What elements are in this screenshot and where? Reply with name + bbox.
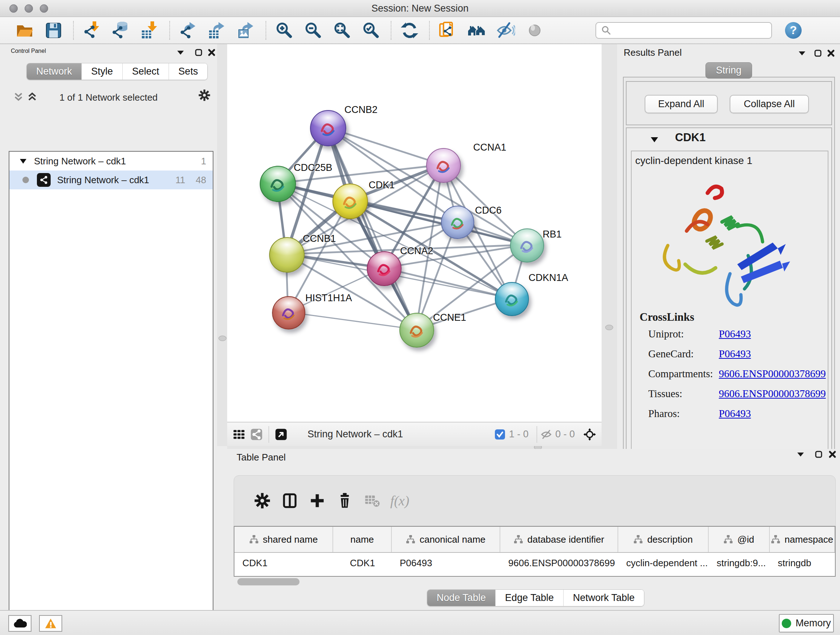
network-options-gear-icon[interactable] xyxy=(198,90,210,101)
crosslink-row: GeneCard:P06493 xyxy=(648,348,822,360)
crosslink-link[interactable]: 9606.ENSP00000378699 xyxy=(719,388,826,400)
help-icon[interactable]: ? xyxy=(785,22,802,39)
warnings-button[interactable] xyxy=(39,615,62,632)
crosslink-label: Tissues: xyxy=(648,388,719,400)
show-columns-icon[interactable] xyxy=(276,490,303,511)
tab-network-table[interactable]: Network Table xyxy=(564,590,644,606)
collapse-all-button[interactable]: Collapse All xyxy=(729,95,809,113)
horizontal-splitter[interactable] xyxy=(227,446,617,449)
table-panel-float-icon[interactable] xyxy=(813,449,825,460)
table-panel-close-icon[interactable] xyxy=(826,449,838,460)
network-row-selected[interactable]: String Network – cdk1 11 48 xyxy=(9,171,213,189)
node-CCNB2[interactable] xyxy=(310,110,346,146)
column-header-namespace[interactable]: namespace xyxy=(770,527,835,552)
results-panel-menu-icon[interactable] xyxy=(796,48,808,59)
crosslink-link[interactable]: P06493 xyxy=(719,328,751,340)
table-panel-menu-icon[interactable] xyxy=(794,449,807,460)
node-CDK1[interactable] xyxy=(332,184,368,219)
column-header-name[interactable]: name xyxy=(333,527,392,552)
search-input[interactable] xyxy=(611,24,765,36)
column-header-shared-name[interactable]: shared name xyxy=(234,527,333,552)
node-CCNA2[interactable] xyxy=(367,251,401,286)
tab-select[interactable]: Select xyxy=(123,63,169,80)
add-column-icon[interactable] xyxy=(303,490,331,511)
export-network-button[interactable] xyxy=(177,20,200,41)
string-protein-query-button[interactable] xyxy=(465,20,488,41)
inactive-eye-button[interactable] xyxy=(523,20,546,41)
column-header-description[interactable]: description xyxy=(618,527,709,552)
selected-checkbox-icon[interactable] xyxy=(494,429,506,440)
table-horizontal-scrollbar[interactable] xyxy=(234,578,836,587)
table-cell: stringdb xyxy=(770,557,835,569)
table-row[interactable]: CDK1CDK1P064939606.ENSP00000378699cyclin… xyxy=(234,553,835,573)
network-collection-row[interactable]: String Network – cdk1 1 xyxy=(9,152,213,171)
node-HIST1H1A[interactable] xyxy=(272,296,305,329)
tab-network[interactable]: Network xyxy=(27,63,82,80)
results-panel-close-icon[interactable] xyxy=(825,48,837,59)
column-header-canonical-name[interactable]: canonical name xyxy=(392,527,500,552)
delete-column-icon[interactable] xyxy=(331,490,358,511)
birds-eye-view-icon[interactable] xyxy=(275,429,287,440)
node-CDKN1A[interactable] xyxy=(495,282,529,316)
left-splitter[interactable] xyxy=(217,44,227,446)
expand-all-button[interactable]: Expand All xyxy=(645,95,718,113)
table-cell: 9606.ENSP00000378699 xyxy=(500,557,618,569)
crosslink-link[interactable]: 9606.ENSP00000378699 xyxy=(719,368,826,380)
cloud-icon xyxy=(13,619,27,628)
node-CCNB1[interactable] xyxy=(269,237,305,272)
open-session-button[interactable] xyxy=(13,20,36,41)
tab-sets[interactable]: Sets xyxy=(169,63,207,80)
scrollbar-thumb[interactable] xyxy=(237,578,300,585)
apply-preferred-layout-button[interactable] xyxy=(398,20,421,41)
import-network-from-database-button[interactable] xyxy=(109,20,133,41)
cloud-button[interactable] xyxy=(8,615,32,632)
tab-node-table[interactable]: Node Table xyxy=(427,590,496,606)
hide-unhide-button[interactable] xyxy=(494,20,517,41)
collection-expand-icon[interactable] xyxy=(19,158,27,164)
share-network-document-button[interactable] xyxy=(436,20,459,41)
import-network-from-file-button[interactable] xyxy=(80,20,103,41)
results-panel-float-icon[interactable] xyxy=(812,48,824,59)
zoom-fit-button[interactable] xyxy=(331,20,354,41)
node-CDC6[interactable] xyxy=(441,206,474,239)
network-view-icon[interactable] xyxy=(250,429,263,440)
zoom-in-button[interactable] xyxy=(273,20,296,41)
export-table-button[interactable] xyxy=(205,20,229,41)
control-panel-float-icon[interactable] xyxy=(193,47,205,58)
export-image-button[interactable] xyxy=(234,20,257,41)
network-canvas[interactable]: CCNB2 CCNA1 CDC25B CDK1 CDC6 RB1CCNB1 CC… xyxy=(227,44,602,422)
column-header-database-identifier[interactable]: database identifier xyxy=(500,527,618,552)
zoom-selected-button[interactable] xyxy=(360,20,383,41)
table-panel-title: Table Panel xyxy=(237,452,286,463)
control-panel-menu-icon[interactable] xyxy=(174,47,187,58)
node-CCNA1[interactable] xyxy=(426,148,461,183)
shared-column-icon xyxy=(406,535,415,544)
column-label: @id xyxy=(737,534,754,545)
tab-string[interactable]: String xyxy=(706,62,752,79)
section-collapse-icon[interactable] xyxy=(651,137,658,143)
save-session-button[interactable] xyxy=(42,20,65,41)
fit-crosshair-icon[interactable] xyxy=(584,429,596,440)
right-splitter-handle[interactable] xyxy=(605,325,613,330)
memory-button[interactable]: Memory xyxy=(779,614,834,632)
tab-edge-table[interactable]: Edge Table xyxy=(496,590,564,606)
grid-view-icon[interactable] xyxy=(233,429,245,440)
node-RB1[interactable] xyxy=(510,228,544,263)
control-panel-close-icon[interactable] xyxy=(205,47,218,58)
table-settings-gear-icon[interactable] xyxy=(248,490,276,511)
left-splitter-handle[interactable] xyxy=(218,336,226,341)
right-splitter[interactable] xyxy=(602,44,617,446)
search-box[interactable] xyxy=(595,22,772,39)
edge-HIST1H1A-CCNE1[interactable] xyxy=(288,312,416,329)
crosslink-link[interactable]: P06493 xyxy=(719,408,751,420)
tab-style[interactable]: Style xyxy=(82,63,123,80)
node-CCNE1[interactable] xyxy=(399,313,434,348)
export-table-icon xyxy=(208,21,226,40)
node-CDC25B[interactable] xyxy=(260,166,296,202)
zoom-out-button[interactable] xyxy=(302,20,325,41)
import-table-from-file-button[interactable] xyxy=(138,20,161,41)
hidden-eye-icon[interactable] xyxy=(540,429,553,440)
crosslink-link[interactable]: P06493 xyxy=(719,348,751,360)
node-label-CDC6: CDC6 xyxy=(475,205,502,216)
column-header--id[interactable]: @id xyxy=(709,527,770,552)
